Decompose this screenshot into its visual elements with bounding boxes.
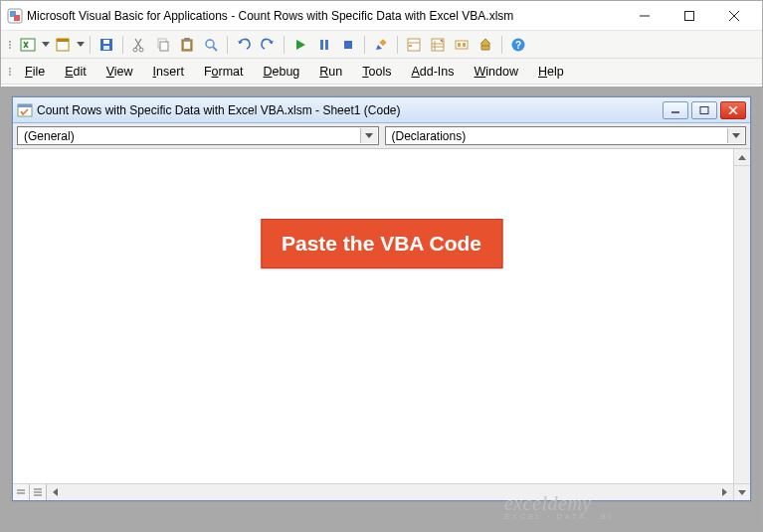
scroll-down-button[interactable] <box>734 483 750 500</box>
svg-rect-24 <box>344 41 352 49</box>
toolbar-grip[interactable] <box>9 68 11 76</box>
code-dropdowns-row: (General) (Declarations) <box>13 123 750 149</box>
properties-window-button[interactable] <box>427 34 449 56</box>
separator <box>364 36 365 54</box>
procedure-combo[interactable]: (Declarations) <box>385 126 747 145</box>
svg-line-21 <box>213 47 217 51</box>
svg-rect-23 <box>325 40 328 50</box>
menu-tools[interactable]: Tools <box>352 62 401 82</box>
close-button[interactable] <box>711 2 756 30</box>
svg-rect-12 <box>103 46 109 50</box>
menu-debug[interactable]: Debug <box>253 62 309 82</box>
watermark-subtext: EXCEL · DATA · BI <box>504 512 613 521</box>
svg-line-6 <box>729 11 739 21</box>
run-button[interactable] <box>289 34 311 56</box>
mdi-close-button[interactable] <box>720 101 746 119</box>
svg-text:?: ? <box>515 40 521 51</box>
copy-button[interactable] <box>152 34 174 56</box>
undo-button[interactable] <box>233 34 255 56</box>
dropdown-icon[interactable] <box>42 42 50 47</box>
svg-point-20 <box>206 40 214 48</box>
view-excel-button[interactable] <box>17 34 39 56</box>
maximize-button[interactable] <box>667 2 711 30</box>
svg-rect-28 <box>409 45 412 47</box>
code-window: Count Rows with Specific Data with Excel… <box>12 96 751 501</box>
separator <box>90 36 91 54</box>
svg-rect-37 <box>18 104 32 107</box>
menu-addins[interactable]: Add-Ins <box>401 62 464 82</box>
help-button[interactable]: ? <box>507 34 529 56</box>
code-window-title: Count Rows with Specific Data with Excel… <box>33 103 660 117</box>
object-combo[interactable]: (General) <box>17 126 379 145</box>
svg-rect-32 <box>463 43 466 47</box>
design-mode-button[interactable] <box>370 34 392 56</box>
menu-window[interactable]: Window <box>465 62 528 82</box>
menu-file[interactable]: File <box>15 62 55 82</box>
svg-rect-22 <box>320 40 323 50</box>
minimize-button[interactable] <box>622 2 667 30</box>
svg-rect-11 <box>103 40 109 44</box>
menu-help[interactable]: Help <box>528 62 574 82</box>
svg-rect-2 <box>14 15 20 21</box>
svg-rect-7 <box>21 39 35 51</box>
vertical-scrollbar[interactable] <box>733 149 750 500</box>
separator <box>122 36 123 54</box>
find-button[interactable] <box>200 34 222 56</box>
standard-toolbar: ? <box>1 31 762 59</box>
procedure-view-button[interactable] <box>13 484 30 500</box>
reset-button[interactable] <box>337 34 359 56</box>
toolbox-button[interactable] <box>475 34 496 56</box>
scroll-up-button[interactable] <box>734 149 750 166</box>
paste-button[interactable] <box>176 34 198 56</box>
dropdown-icon[interactable] <box>77 42 85 47</box>
horizontal-scrollbar[interactable] <box>13 483 733 500</box>
chevron-down-icon <box>727 128 744 143</box>
break-button[interactable] <box>313 34 335 56</box>
object-browser-button[interactable] <box>451 34 473 56</box>
cut-button[interactable] <box>128 34 150 56</box>
annotation-callout: Paste the VBA Code <box>261 219 502 268</box>
menu-format[interactable]: Format <box>194 62 254 82</box>
menu-bar: File Edit View Insert Format Debug Run T… <box>1 59 762 85</box>
vba-app-icon <box>7 8 23 24</box>
scroll-left-button[interactable] <box>47 484 64 500</box>
mdi-client-area: Count Rows with Specific Data with Excel… <box>1 87 762 531</box>
svg-line-5 <box>729 11 739 21</box>
outer-window-titlebar: Microsoft Visual Basic for Applications … <box>1 1 762 31</box>
object-combo-value: (General) <box>24 129 75 143</box>
full-module-view-button[interactable] <box>30 484 47 500</box>
separator <box>501 36 502 54</box>
separator <box>397 36 398 54</box>
menu-edit[interactable]: Edit <box>55 62 96 82</box>
outer-window-title: Microsoft Visual Basic for Applications … <box>23 9 622 23</box>
project-explorer-button[interactable] <box>403 34 425 56</box>
menu-run[interactable]: Run <box>309 62 352 82</box>
code-editor[interactable]: Paste the VBA Code <box>13 149 750 500</box>
toolbar-grip[interactable] <box>9 41 11 49</box>
redo-button[interactable] <box>257 34 279 56</box>
scroll-right-button[interactable] <box>716 484 733 500</box>
svg-rect-19 <box>184 38 190 41</box>
mdi-minimize-button[interactable] <box>663 101 688 119</box>
separator <box>284 36 285 54</box>
svg-rect-30 <box>456 41 468 49</box>
svg-rect-25 <box>379 39 386 46</box>
svg-rect-4 <box>684 11 693 20</box>
insert-userform-button[interactable] <box>52 34 74 56</box>
svg-rect-18 <box>184 42 190 49</box>
separator <box>227 36 228 54</box>
mdi-maximize-button[interactable] <box>691 101 717 119</box>
chevron-down-icon <box>360 128 377 143</box>
save-button[interactable] <box>95 34 117 56</box>
procedure-combo-value: (Declarations) <box>392 129 467 143</box>
svg-rect-39 <box>700 106 708 113</box>
svg-rect-31 <box>458 43 461 47</box>
menu-insert[interactable]: Insert <box>143 62 194 82</box>
menu-view[interactable]: View <box>96 62 143 82</box>
code-window-icon <box>17 102 33 118</box>
svg-rect-9 <box>57 39 69 42</box>
code-window-titlebar[interactable]: Count Rows with Specific Data with Excel… <box>13 97 750 123</box>
svg-rect-16 <box>160 42 168 51</box>
